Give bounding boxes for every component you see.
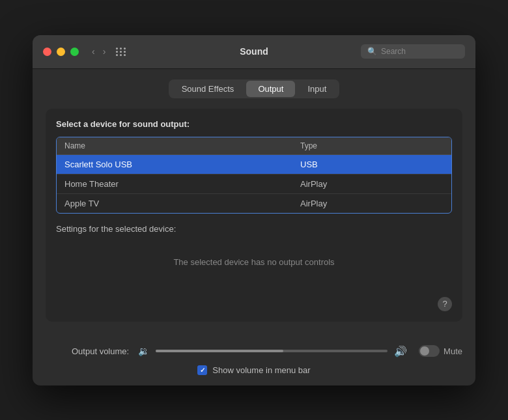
settings-label: Settings for the selected device: (56, 224, 452, 234)
device-type: AirPlay (300, 199, 444, 208)
mute-label: Mute (444, 346, 462, 356)
device-type: USB (300, 160, 444, 169)
nav-arrows: ‹ › (89, 45, 108, 58)
close-button[interactable] (43, 48, 51, 56)
volume-low-icon: 🔉 (138, 346, 149, 356)
maximize-button[interactable] (70, 48, 79, 56)
device-name: Scarlett Solo USB (64, 160, 300, 169)
tabs-row: Sound Effects Output Input (46, 79, 462, 98)
titlebar: ‹ › Sound 🔍 (33, 35, 475, 69)
table-row[interactable]: Scarlett Solo USB USB (57, 155, 451, 175)
bottom-controls: Output volume: 🔉 🔊 Mute ✓ Show volume in… (33, 345, 475, 385)
menubar-checkbox-label: Show volume in menu bar (212, 365, 310, 375)
tabs-container: Sound Effects Output Input (169, 79, 340, 98)
search-input[interactable] (381, 47, 459, 56)
output-panel-title: Select a device for sound output: (56, 119, 452, 129)
search-icon: 🔍 (367, 47, 377, 56)
app-grid-icon[interactable] (116, 48, 126, 56)
search-bar[interactable]: 🔍 (361, 44, 465, 59)
minimize-button[interactable] (57, 48, 65, 56)
mute-toggle-track[interactable] (419, 345, 440, 357)
col-header-type: Type (300, 141, 444, 150)
mute-toggle: Mute (419, 345, 462, 357)
table-row[interactable]: Home Theater AirPlay (57, 175, 451, 194)
volume-label: Output volume: (72, 346, 129, 356)
output-panel: Select a device for sound output: Name T… (46, 109, 462, 322)
device-name: Home Theater (64, 179, 300, 189)
col-header-name: Name (64, 141, 300, 150)
volume-high-icon: 🔊 (394, 345, 407, 357)
help-button-row: ? (56, 297, 452, 311)
mute-toggle-knob (420, 346, 429, 356)
tab-output[interactable]: Output (246, 81, 295, 97)
help-button[interactable]: ? (438, 297, 452, 311)
main-window: ‹ › Sound 🔍 Sound Effects Output Input S… (33, 35, 475, 385)
table-row[interactable]: Apple TV AirPlay (57, 194, 451, 213)
tab-sound-effects[interactable]: Sound Effects (170, 81, 246, 97)
no-controls-message: The selected device has no output contro… (56, 244, 452, 287)
forward-button[interactable]: › (100, 45, 109, 58)
volume-row: Output volume: 🔉 🔊 Mute (46, 345, 462, 357)
checkmark-icon: ✓ (200, 367, 205, 374)
table-header: Name Type (57, 137, 451, 155)
menubar-checkbox[interactable]: ✓ (197, 365, 207, 375)
device-type: AirPlay (300, 179, 444, 189)
tab-input[interactable]: Input (296, 81, 338, 97)
traffic-lights (43, 48, 79, 56)
settings-section: Settings for the selected device: The se… (56, 224, 452, 294)
volume-slider-container (156, 350, 388, 352)
device-name: Apple TV (64, 199, 300, 208)
content-area: Sound Effects Output Input Select a devi… (33, 69, 475, 345)
device-table: Name Type Scarlett Solo USB USB Home The… (56, 137, 452, 214)
menubar-checkbox-row: ✓ Show volume in menu bar (46, 365, 462, 375)
back-button[interactable]: ‹ (89, 45, 98, 58)
window-title: Sound (240, 46, 268, 57)
